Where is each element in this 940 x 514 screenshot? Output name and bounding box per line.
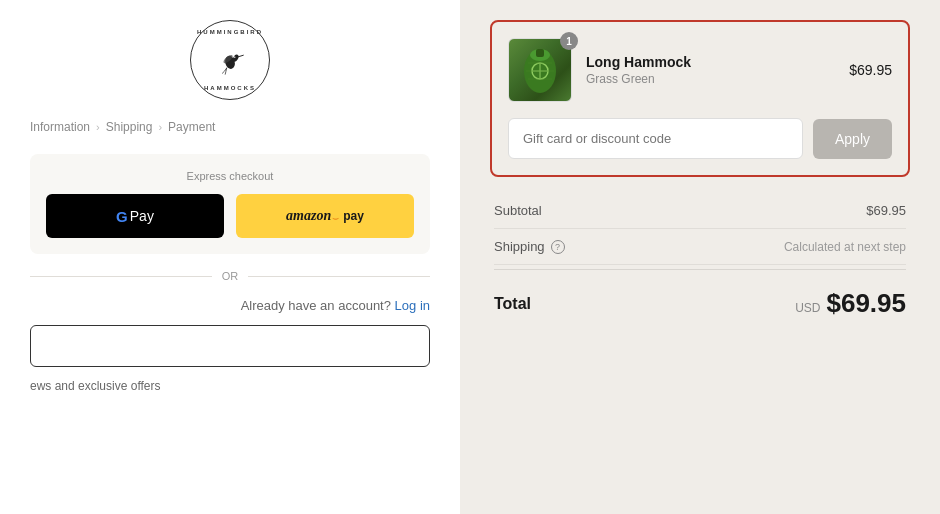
discount-input[interactable] <box>508 118 803 159</box>
google-pay-button[interactable]: G Pay <box>46 194 224 238</box>
product-variant: Grass Green <box>586 72 835 86</box>
amazon-pay-label: amazon <box>286 208 331 224</box>
order-item-section: 1 <box>490 20 910 177</box>
subtotal-row: Subtotal $69.95 <box>494 193 906 229</box>
product-image-icon <box>516 43 564 98</box>
gpay-label: Pay <box>130 208 154 224</box>
express-checkout-label: Express checkout <box>46 170 414 182</box>
total-right: USD $69.95 <box>795 288 906 319</box>
shipping-row: Shipping ? Calculated at next step <box>494 229 906 265</box>
order-item: 1 <box>508 38 892 102</box>
right-panel: 1 <box>460 0 940 514</box>
breadcrumb-information: Information <box>30 120 90 134</box>
logo-area: HUMMINGBIRD HAMMOCKS <box>30 20 430 100</box>
shipping-value: Calculated at next step <box>784 240 906 254</box>
logo: HUMMINGBIRD HAMMOCKS <box>190 20 270 100</box>
breadcrumb-payment: Payment <box>168 120 215 134</box>
already-account-text: Already have an account? <box>241 298 391 313</box>
product-price: $69.95 <box>849 62 892 78</box>
discount-row: Apply <box>508 118 892 159</box>
product-details: Long Hammock Grass Green <box>586 54 835 86</box>
breadcrumb-shipping: Shipping <box>106 120 153 134</box>
divider-line-right <box>248 276 430 277</box>
payment-buttons: G Pay amazon ⌣ pay <box>46 194 414 238</box>
amazon-pay-text: pay <box>343 209 364 223</box>
total-currency: USD <box>795 301 820 315</box>
or-text: OR <box>222 270 239 282</box>
svg-point-4 <box>234 56 235 57</box>
amazon-pay-button[interactable]: amazon ⌣ pay <box>236 194 414 238</box>
total-divider <box>494 269 906 270</box>
product-name: Long Hammock <box>586 54 835 70</box>
total-label: Total <box>494 295 531 313</box>
svg-rect-7 <box>536 49 544 57</box>
express-checkout-section: Express checkout G Pay amazon ⌣ pay <box>30 154 430 254</box>
newsletter-text: ews and exclusive offers <box>30 379 430 393</box>
divider-line-left <box>30 276 212 277</box>
hummingbird-icon <box>211 41 249 79</box>
summary-section: Subtotal $69.95 Shipping ? Calculated at… <box>490 193 910 333</box>
subtotal-value: $69.95 <box>866 203 906 218</box>
left-panel: HUMMINGBIRD HAMMOCKS Information › Shipp… <box>0 0 460 514</box>
login-link[interactable]: Log in <box>395 298 430 313</box>
product-image-wrapper: 1 <box>508 38 572 102</box>
shipping-info-icon[interactable]: ? <box>551 240 565 254</box>
quantity-badge: 1 <box>560 32 578 50</box>
total-row: Total USD $69.95 <box>494 274 906 333</box>
shipping-label: Shipping ? <box>494 239 565 254</box>
total-amount: $69.95 <box>826 288 906 319</box>
account-line: Already have an account? Log in <box>30 298 430 313</box>
subtotal-label: Subtotal <box>494 203 542 218</box>
or-divider: OR <box>30 270 430 282</box>
apply-button[interactable]: Apply <box>813 119 892 159</box>
logo-text-bottom: HAMMOCKS <box>204 85 256 91</box>
breadcrumb: Information › Shipping › Payment <box>30 120 430 134</box>
logo-text-top: HUMMINGBIRD <box>197 29 263 35</box>
google-g-icon: G <box>116 208 128 225</box>
amazon-smile-icon: ⌣ <box>332 211 339 224</box>
email-input[interactable] <box>30 325 430 367</box>
